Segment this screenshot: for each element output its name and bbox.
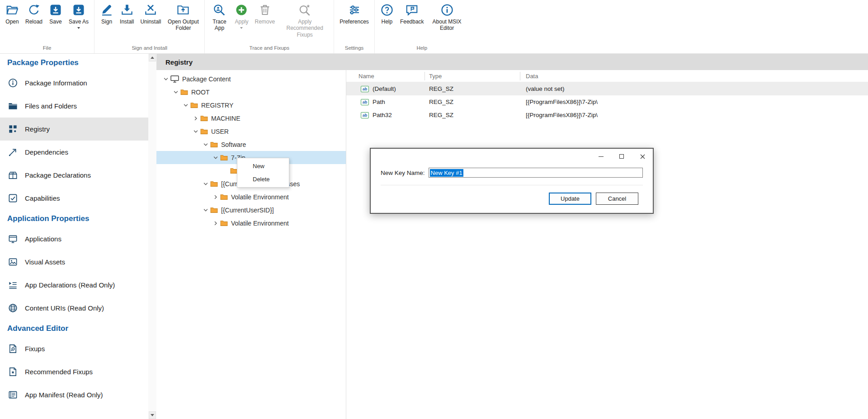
scroll-down-button[interactable] [149, 411, 156, 419]
chevron-down-icon[interactable] [193, 129, 198, 134]
cancel-button[interactable]: Cancel [596, 193, 638, 205]
table-row[interactable]: ab(Default) REG_SZ (value not set) [346, 82, 868, 95]
sidebar-item-package-declarations[interactable]: Package Declarations [0, 164, 148, 187]
uninstall-button[interactable]: Uninstall [137, 0, 164, 26]
new-key-name-input[interactable]: New Key #1 [429, 168, 643, 178]
reload-button[interactable]: Reload [22, 0, 46, 26]
chevron-right-icon[interactable] [213, 194, 218, 200]
context-menu-item-delete[interactable]: Delete [237, 173, 289, 186]
applications-icon [8, 234, 18, 244]
column-header-type[interactable]: Type [425, 72, 520, 80]
chevron-right-icon[interactable] [193, 116, 198, 121]
close-button[interactable] [632, 150, 653, 163]
tree-item-machine[interactable]: MACHINE [156, 112, 346, 125]
sidebar-navigation: Package Properties Package Information F… [0, 54, 148, 419]
chevron-down-icon[interactable] [203, 207, 208, 213]
info-icon [8, 78, 18, 88]
chevron-down-icon[interactable] [213, 155, 218, 160]
save-button[interactable]: Save [46, 0, 66, 26]
install-icon [120, 3, 134, 17]
sidebar-item-applications[interactable]: Applications [0, 227, 148, 250]
table-row[interactable]: abPath32 REG_SZ [{ProgramFilesX86}]\7-Zi… [346, 108, 868, 122]
sidebar-item-capabilities[interactable]: Capabilities [0, 187, 148, 210]
folder-icon [210, 207, 218, 213]
maximize-icon [619, 154, 624, 159]
apply-button[interactable]: Apply [231, 0, 251, 30]
install-button[interactable]: Install [117, 0, 137, 26]
chevron-down-icon[interactable] [163, 76, 169, 82]
apply-recommended-fixups-button[interactable]: Apply Recommended Fixups [278, 0, 331, 39]
sidebar-item-label: Visual Assets [25, 258, 65, 266]
trace-app-icon [212, 3, 226, 17]
sidebar-item-content-uris[interactable]: Content URIs (Read Only) [0, 297, 148, 320]
reg-sz-icon: ab [361, 99, 369, 105]
sidebar-scrollbar[interactable] [148, 54, 156, 419]
tree-item-volatile-environment-2[interactable]: Volatile Environment [156, 217, 346, 230]
tree-item-volatile-environment-1[interactable]: Volatile Environment [156, 190, 346, 203]
main-panel: Registry Package Content ROOT REGI [156, 54, 868, 419]
save-as-button[interactable]: Save As [66, 0, 92, 30]
save-icon [49, 3, 62, 17]
folder-icon [8, 101, 18, 111]
remove-button[interactable]: Remove [251, 0, 278, 26]
sidebar-item-dependencies[interactable]: Dependencies [0, 141, 148, 164]
tree-item-currentusersid[interactable]: [{CurrentUserSID}] [156, 203, 346, 217]
chevron-down-icon[interactable] [203, 142, 208, 147]
chevron-right-icon[interactable] [213, 221, 218, 226]
scroll-up-button[interactable] [149, 54, 156, 61]
ribbon-group-trace-and-fixups: Trace App Apply Remove Apply Recommended… [205, 0, 334, 53]
sidebar-item-visual-assets[interactable]: Visual Assets [0, 250, 148, 273]
open-output-folder-button[interactable]: Open Output Folder [164, 0, 202, 33]
folder-icon [200, 115, 208, 122]
chevron-down-icon [240, 27, 243, 29]
sidebar-item-label: Capabilities [25, 194, 60, 202]
update-button[interactable]: Update [549, 193, 591, 205]
sign-button[interactable]: Sign [97, 0, 117, 26]
tree-item-registry[interactable]: REGISTRY [156, 99, 346, 112]
sidebar-item-recommended-fixups[interactable]: Recommended Fixups [0, 360, 148, 383]
tree-item-software[interactable]: Software [156, 138, 346, 151]
sidebar-item-app-declarations[interactable]: App Declarations (Read Only) [0, 273, 148, 297]
value-type: REG_SZ [425, 112, 520, 118]
chevron-down-icon[interactable] [183, 103, 189, 108]
dialog-titlebar[interactable] [371, 149, 653, 165]
column-header-name[interactable]: Name [346, 72, 425, 80]
sidebar-item-label: Recommended Fixups [25, 368, 93, 376]
triangle-up-icon [151, 56, 154, 59]
tree-item-user[interactable]: USER [156, 125, 346, 138]
column-header-data[interactable]: Data [520, 72, 868, 80]
preferences-button[interactable]: Preferences [336, 0, 372, 26]
table-header: Name Type Data [346, 70, 868, 82]
sidebar-item-package-information[interactable]: Package Information [0, 71, 148, 94]
context-menu-item-new[interactable]: New [237, 160, 289, 173]
value-name: Path [373, 99, 385, 105]
value-type: REG_SZ [425, 85, 520, 92]
ribbon-group-label: File [2, 44, 92, 53]
chevron-down-icon[interactable] [203, 181, 208, 187]
folder-icon [210, 180, 218, 187]
sidebar-item-registry[interactable]: Registry [0, 118, 148, 141]
open-button[interactable]: Open [2, 0, 22, 26]
globe-icon [8, 303, 18, 313]
ribbon-toolbar: Open Reload Save Save As File [0, 0, 868, 54]
sidebar-item-label: Registry [25, 125, 50, 133]
chevron-down-icon[interactable] [173, 89, 179, 95]
save-as-icon [72, 3, 85, 17]
tree-item-root[interactable]: ROOT [156, 85, 346, 99]
sidebar-item-fixups[interactable]: Fixups [0, 337, 148, 360]
table-row[interactable]: abPath REG_SZ [{ProgramFilesX86}]\7-Zip\ [346, 95, 868, 108]
registry-icon [8, 124, 18, 134]
open-output-folder-icon [176, 3, 190, 17]
minimize-icon [599, 156, 604, 157]
help-button[interactable]: Help [377, 0, 397, 26]
feedback-button[interactable]: Feedback [397, 0, 427, 26]
sidebar-item-files-and-folders[interactable]: Files and Folders [0, 94, 148, 118]
folder-icon [220, 193, 228, 200]
sidebar-item-app-manifest[interactable]: App Manifest (Read Only) [0, 383, 148, 406]
folder-icon [220, 154, 228, 161]
tree-item-package-content[interactable]: Package Content [156, 72, 346, 85]
maximize-button[interactable] [611, 150, 632, 163]
trace-app-button[interactable]: Trace App [207, 0, 231, 33]
about-msix-editor-button[interactable]: About MSIX Editor [427, 0, 467, 33]
minimize-button[interactable] [590, 150, 611, 163]
